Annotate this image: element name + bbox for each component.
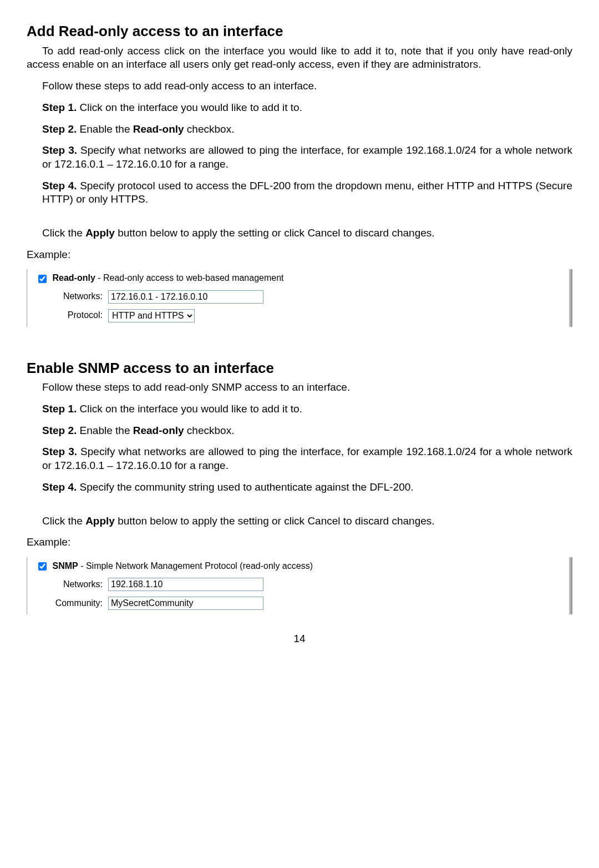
protocol-label: Protocol: bbox=[49, 310, 108, 321]
snmp-checkbox-label-rest: - Simple Network Management Protocol (re… bbox=[78, 561, 313, 571]
networks-label: Networks: bbox=[49, 291, 108, 302]
step-label: Step 1. bbox=[42, 403, 77, 415]
community-row: Community: bbox=[49, 597, 560, 610]
section2-follow: Follow these steps to add read-only SNMP… bbox=[27, 381, 572, 395]
step-label: Step 2. bbox=[42, 425, 77, 436]
section1-step4: Step 4. Specify protocol used to access … bbox=[42, 179, 572, 206]
protocol-select[interactable]: HTTP and HTTPS bbox=[108, 309, 195, 322]
right-border-accent bbox=[569, 269, 572, 326]
snmp-checkbox[interactable] bbox=[38, 562, 47, 571]
section2-step1: Step 1. Click on the interface you would… bbox=[42, 402, 572, 416]
example-box-snmp: SNMP - Simple Network Management Protoco… bbox=[27, 557, 572, 614]
step-label: Step 4. bbox=[42, 180, 77, 191]
step-text: Specify what networks are allowed to pin… bbox=[42, 446, 572, 471]
section1-step2: Step 2. Enable the Read-only checkbox. bbox=[42, 123, 572, 137]
example-label: Example: bbox=[27, 248, 572, 262]
snmp-checkbox-row: SNMP - Simple Network Management Protoco… bbox=[36, 561, 560, 572]
step-label: Step 2. bbox=[42, 123, 77, 135]
protocol-row: Protocol: HTTP and HTTPS bbox=[49, 309, 560, 322]
step-text: Click on the interface you would like to… bbox=[77, 102, 302, 113]
community-input[interactable] bbox=[108, 597, 263, 610]
step-text: Specify the community string used to aut… bbox=[77, 481, 413, 493]
apply-text: button below to apply the setting or cli… bbox=[115, 227, 435, 239]
snmp-checkbox-label-bold: SNMP bbox=[52, 561, 78, 571]
section2-step4: Step 4. Specify the community string use… bbox=[42, 481, 572, 494]
page-number: 14 bbox=[27, 632, 572, 646]
step-label: Step 4. bbox=[42, 481, 77, 493]
step-bold: Read-only bbox=[133, 425, 184, 436]
section2-step3: Step 3. Specify what networks are allowe… bbox=[42, 445, 572, 472]
step-label: Step 1. bbox=[42, 102, 77, 113]
step-label: Step 3. bbox=[42, 446, 77, 457]
step-text: Click on the interface you would like to… bbox=[77, 403, 302, 415]
step-text: Specify protocol used to access the DFL-… bbox=[42, 180, 572, 205]
section1-heading: Add Read-only access to an interface bbox=[27, 22, 572, 41]
step-text: Enable the bbox=[77, 123, 133, 135]
step-text: Enable the bbox=[77, 425, 133, 436]
section1-follow: Follow these steps to add read-only acce… bbox=[27, 79, 572, 93]
apply-text: Click the bbox=[42, 515, 85, 527]
section2-apply: Click the Apply button below to apply th… bbox=[27, 514, 572, 528]
networks-input[interactable] bbox=[108, 290, 263, 304]
readonly-checkbox-label-bold: Read-only bbox=[52, 273, 95, 282]
readonly-checkbox[interactable] bbox=[38, 275, 47, 283]
step-text: checkbox. bbox=[184, 425, 235, 436]
apply-bold: Apply bbox=[85, 515, 115, 527]
networks-row: Networks: bbox=[49, 578, 560, 591]
networks-input[interactable] bbox=[108, 578, 263, 591]
apply-bold: Apply bbox=[85, 227, 115, 239]
step-label: Step 3. bbox=[42, 144, 77, 156]
apply-text: Click the bbox=[42, 227, 85, 239]
example-label: Example: bbox=[27, 536, 572, 549]
apply-text: button below to apply the setting or cli… bbox=[115, 515, 435, 527]
step-text: Specify what networks are allowed to pin… bbox=[42, 144, 572, 170]
example-box-readonly: Read-only - Read-only access to web-base… bbox=[27, 269, 572, 326]
section2-heading: Enable SNMP access to an interface bbox=[27, 359, 572, 378]
readonly-checkbox-label-rest: - Read-only access to web-based manageme… bbox=[95, 273, 284, 282]
section1-apply: Click the Apply button below to apply th… bbox=[27, 226, 572, 240]
networks-row: Networks: bbox=[49, 290, 560, 304]
section1-intro: To add read-only access click on the int… bbox=[27, 44, 572, 72]
section2-step2: Step 2. Enable the Read-only checkbox. bbox=[42, 424, 572, 438]
networks-label: Networks: bbox=[49, 579, 108, 591]
section1-step1: Step 1. Click on the interface you would… bbox=[42, 101, 572, 115]
section1-step3: Step 3. Specify what networks are allowe… bbox=[42, 144, 572, 171]
step-text: checkbox. bbox=[184, 123, 235, 135]
step-bold: Read-only bbox=[133, 123, 184, 135]
community-label: Community: bbox=[49, 598, 108, 609]
readonly-checkbox-row: Read-only - Read-only access to web-base… bbox=[36, 272, 560, 284]
right-border-accent bbox=[569, 557, 572, 614]
